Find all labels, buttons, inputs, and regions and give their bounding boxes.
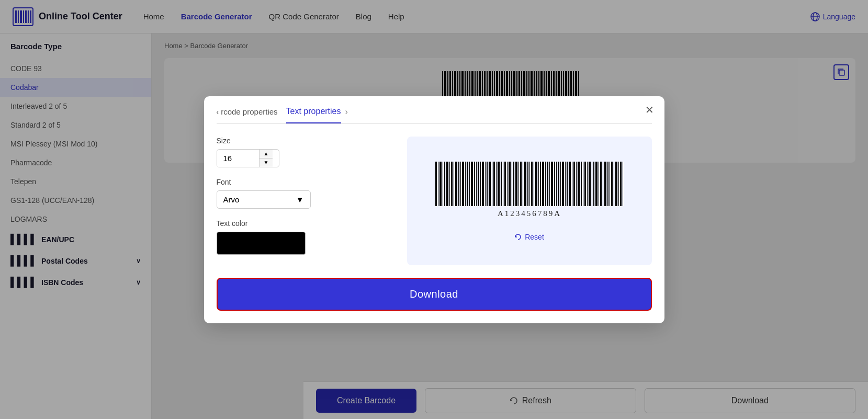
svg-rect-136: [584, 162, 586, 206]
font-label: Font: [217, 178, 394, 186]
svg-rect-99: [503, 162, 503, 206]
modal-header: ‹ rcode properties Text properties ›: [204, 96, 664, 123]
svg-rect-101: [507, 162, 508, 206]
size-decrement-button[interactable]: ▼: [260, 158, 273, 167]
modal-download-button[interactable]: Download: [217, 278, 652, 311]
font-select[interactable]: Arvo ▼: [217, 190, 311, 209]
svg-rect-125: [560, 162, 561, 206]
reset-icon: [514, 233, 522, 241]
svg-rect-75: [449, 162, 450, 206]
svg-rect-100: [504, 162, 506, 206]
svg-rect-109: [524, 162, 526, 206]
svg-rect-122: [554, 162, 555, 206]
svg-rect-116: [540, 162, 541, 206]
barcode-svg: A123456789A: [430, 161, 629, 218]
svg-rect-124: [558, 162, 559, 206]
text-color-group: Text color: [217, 219, 394, 255]
size-group: Size ▲ ▼: [217, 137, 394, 167]
svg-rect-69: [435, 162, 437, 206]
svg-rect-88: [478, 162, 479, 206]
svg-rect-73: [444, 162, 445, 206]
svg-rect-103: [512, 162, 512, 206]
svg-rect-82: [465, 162, 466, 206]
svg-rect-93: [489, 162, 491, 206]
svg-rect-97: [498, 162, 500, 206]
svg-text:A123456789A: A123456789A: [497, 209, 561, 218]
size-label: Size: [217, 137, 394, 145]
svg-rect-80: [460, 162, 461, 206]
svg-rect-112: [531, 162, 533, 206]
svg-rect-147: [610, 162, 610, 206]
modal-form: Size ▲ ▼ Font Arvo ▼: [217, 137, 394, 265]
svg-rect-111: [529, 162, 530, 206]
svg-rect-152: [620, 162, 622, 206]
svg-rect-150: [615, 162, 617, 206]
reset-button[interactable]: Reset: [514, 233, 544, 241]
svg-rect-123: [556, 162, 557, 206]
svg-rect-128: [567, 162, 568, 206]
svg-rect-92: [487, 162, 488, 206]
svg-rect-107: [520, 162, 522, 206]
modal-overlay[interactable]: ‹ rcode properties Text properties › Siz…: [0, 0, 868, 419]
modal-footer: Download: [204, 278, 664, 323]
size-input[interactable]: [217, 150, 259, 167]
svg-rect-105: [515, 162, 517, 206]
size-increment-button[interactable]: ▲: [260, 150, 273, 158]
svg-rect-121: [551, 162, 553, 206]
svg-rect-148: [611, 162, 613, 206]
svg-rect-84: [469, 162, 470, 206]
modal-body: Size ▲ ▼ Font Arvo ▼: [204, 124, 664, 278]
svg-rect-142: [599, 162, 599, 206]
font-dropdown-icon: ▼: [296, 195, 304, 204]
svg-rect-74: [446, 162, 448, 206]
svg-rect-115: [538, 162, 539, 206]
svg-rect-90: [482, 162, 484, 206]
svg-rect-137: [587, 162, 588, 206]
svg-rect-96: [496, 162, 497, 206]
svg-rect-118: [545, 162, 546, 206]
svg-rect-106: [518, 162, 519, 206]
svg-rect-140: [593, 162, 594, 206]
svg-rect-98: [501, 162, 502, 206]
modal-tab-prev[interactable]: ‹ rcode properties: [217, 107, 278, 122]
modal-tab-text-properties[interactable]: Text properties: [286, 107, 341, 123]
svg-rect-135: [583, 162, 583, 206]
svg-rect-85: [471, 162, 473, 206]
svg-rect-79: [458, 162, 459, 206]
svg-rect-114: [535, 162, 537, 206]
svg-rect-117: [542, 162, 544, 206]
svg-rect-151: [618, 162, 619, 206]
svg-rect-146: [607, 162, 608, 206]
svg-rect-71: [439, 162, 442, 206]
svg-rect-120: [549, 162, 550, 206]
svg-rect-77: [454, 162, 454, 206]
svg-rect-127: [565, 162, 566, 206]
svg-rect-134: [581, 162, 582, 206]
chevron-left-icon: ‹: [217, 108, 219, 116]
svg-rect-132: [576, 162, 577, 206]
svg-rect-119: [547, 162, 548, 206]
svg-rect-129: [569, 162, 571, 206]
modal-barcode-image: A123456789A: [430, 161, 629, 220]
svg-rect-72: [443, 162, 443, 206]
svg-rect-76: [451, 162, 453, 206]
modal-barcode-preview: A123456789A Reset: [407, 137, 652, 265]
svg-rect-95: [493, 162, 495, 206]
svg-rect-81: [462, 162, 464, 206]
svg-rect-133: [578, 162, 580, 206]
chevron-right-icon[interactable]: ›: [345, 107, 348, 123]
svg-rect-149: [614, 162, 614, 206]
size-input-spinner[interactable]: ▲ ▼: [217, 149, 279, 167]
svg-rect-126: [562, 162, 564, 206]
reset-label: Reset: [525, 233, 544, 241]
svg-rect-94: [492, 162, 492, 206]
svg-rect-78: [455, 162, 457, 206]
svg-rect-113: [534, 162, 534, 206]
svg-rect-110: [527, 162, 528, 206]
modal-close-button[interactable]: ✕: [645, 105, 654, 115]
svg-rect-87: [476, 162, 477, 206]
svg-rect-70: [438, 162, 438, 206]
text-color-swatch[interactable]: [217, 232, 306, 255]
svg-rect-130: [572, 162, 572, 206]
svg-rect-86: [474, 162, 475, 206]
